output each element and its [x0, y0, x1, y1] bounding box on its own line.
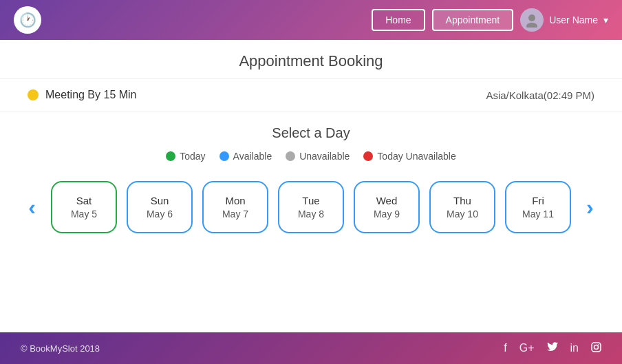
- day-date: May 6: [147, 208, 173, 220]
- googleplus-icon[interactable]: G+: [519, 342, 535, 355]
- day-date: May 7: [222, 208, 248, 220]
- today-unavailable-label: Today Unavailable: [377, 151, 455, 162]
- header: 🕐 Home Appointment User Name ▾: [0, 0, 622, 40]
- twitter-icon[interactable]: [547, 342, 558, 355]
- meeting-info-bar: Meeting By 15 Min Asia/Kolkata(02:49 PM): [0, 79, 622, 111]
- linkedin-icon[interactable]: in: [570, 342, 579, 355]
- available-dot: [219, 151, 229, 161]
- day-cards: Sat May 5 Sun May 6 Mon May 7 Tue May 8 …: [51, 181, 571, 233]
- footer-copyright: © BookMySlot 2018: [21, 343, 100, 354]
- legend-today-unavailable: Today Unavailable: [363, 151, 455, 162]
- svg-rect-2: [592, 343, 601, 352]
- day-date: May 9: [374, 208, 400, 220]
- day-name: Tue: [302, 195, 319, 206]
- day-date: May 11: [522, 208, 554, 220]
- day-card[interactable]: Tue May 8: [278, 181, 344, 233]
- available-label: Available: [233, 151, 272, 162]
- day-card[interactable]: Sat May 5: [51, 181, 117, 233]
- appointment-button[interactable]: Appointment: [432, 9, 514, 31]
- page-title: Appointment Booking: [0, 52, 622, 70]
- day-name: Wed: [376, 195, 398, 206]
- legend-unavailable: Unavailable: [286, 151, 350, 162]
- next-arrow-button[interactable]: ›: [581, 196, 599, 218]
- user-name: User Name: [549, 14, 598, 25]
- day-card[interactable]: Thu May 10: [429, 181, 495, 233]
- select-day-title: Select a Day: [272, 125, 350, 141]
- logo: 🕐: [14, 6, 41, 34]
- today-dot: [166, 151, 175, 161]
- day-date: May 5: [71, 208, 97, 220]
- svg-point-4: [598, 344, 599, 345]
- calendar-row: ‹ Sat May 5 Sun May 6 Mon May 7 Tue May …: [28, 181, 594, 233]
- unavailable-dot: [286, 151, 295, 161]
- today-label: Today: [180, 151, 205, 162]
- day-date: May 10: [447, 208, 478, 220]
- header-nav: Home Appointment User Name ▾: [372, 8, 608, 32]
- day-name: Fri: [532, 195, 544, 206]
- day-card[interactable]: Fri May 11: [505, 181, 571, 233]
- day-date: May 8: [298, 208, 324, 220]
- timezone: Asia/Kolkata(02:49 PM): [486, 89, 594, 101]
- meeting-label: Meeting By 15 Min: [28, 89, 137, 101]
- footer-social: f G+ in: [504, 342, 601, 355]
- prev-arrow-button[interactable]: ‹: [23, 196, 41, 218]
- day-card[interactable]: Wed May 9: [354, 181, 420, 233]
- unavailable-label: Unavailable: [299, 151, 350, 162]
- home-button[interactable]: Home: [372, 9, 425, 31]
- meeting-dot: [28, 89, 39, 100]
- legend-available: Available: [219, 151, 272, 162]
- facebook-icon[interactable]: f: [504, 342, 506, 355]
- meeting-text: Meeting By 15 Min: [45, 89, 137, 101]
- main-content: Appointment Booking Meeting By 15 Min As…: [0, 40, 622, 332]
- avatar: [520, 8, 544, 32]
- user-menu[interactable]: User Name ▾: [520, 8, 608, 32]
- svg-point-0: [528, 14, 535, 21]
- select-day-section: Select a Day Today Available Unavailable…: [0, 111, 622, 254]
- day-card[interactable]: Mon May 7: [202, 181, 268, 233]
- day-name: Thu: [453, 195, 471, 206]
- legend-today: Today: [166, 151, 205, 162]
- legend: Today Available Unavailable Today Unavai…: [166, 151, 456, 162]
- instagram-icon[interactable]: [591, 342, 601, 355]
- page-title-bar: Appointment Booking: [0, 40, 622, 79]
- dropdown-arrow-icon: ▾: [603, 14, 608, 25]
- svg-point-1: [526, 23, 537, 28]
- today-unavailable-dot: [363, 151, 373, 161]
- day-card[interactable]: Sun May 6: [127, 181, 193, 233]
- footer: © BookMySlot 2018 f G+ in: [0, 332, 622, 364]
- day-name: Mon: [225, 195, 245, 206]
- day-name: Sun: [151, 195, 169, 206]
- clock-icon: 🕐: [19, 12, 36, 28]
- day-name: Sat: [76, 195, 92, 206]
- svg-point-3: [594, 345, 599, 349]
